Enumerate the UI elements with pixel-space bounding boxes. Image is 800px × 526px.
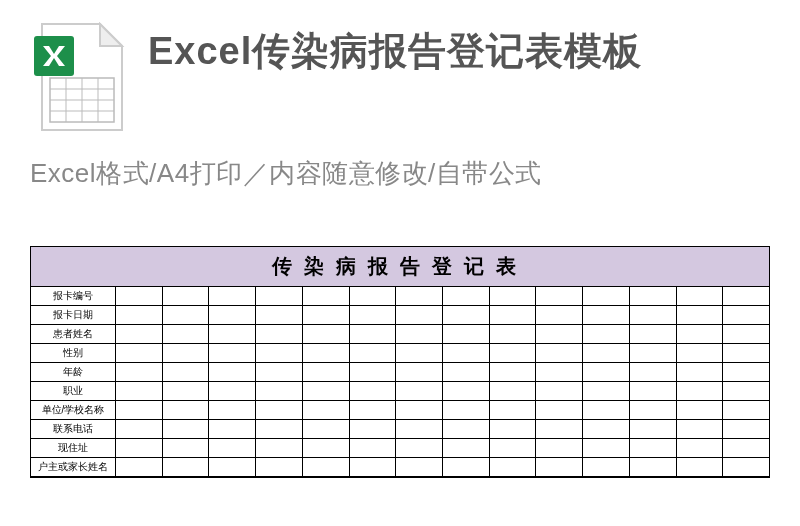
cell xyxy=(630,458,677,477)
cell xyxy=(256,439,303,458)
cell xyxy=(303,306,350,325)
table-row: 性别 xyxy=(31,344,769,363)
cell xyxy=(630,306,677,325)
cell xyxy=(490,306,537,325)
cell xyxy=(677,420,724,439)
cell xyxy=(583,306,630,325)
page-subtitle: Excel格式/A4打印／内容随意修改/自带公式 xyxy=(0,132,800,191)
cell xyxy=(630,287,677,306)
cell xyxy=(350,287,397,306)
cell xyxy=(490,420,537,439)
cell xyxy=(350,420,397,439)
cell xyxy=(116,287,163,306)
cell xyxy=(630,401,677,420)
cell xyxy=(116,382,163,401)
row-cells xyxy=(116,439,769,458)
cell xyxy=(303,287,350,306)
cell xyxy=(536,458,583,477)
cell xyxy=(396,458,443,477)
cell xyxy=(443,382,490,401)
cell xyxy=(350,306,397,325)
cell xyxy=(723,439,769,458)
cell xyxy=(630,382,677,401)
cell xyxy=(116,325,163,344)
cell xyxy=(350,325,397,344)
cell xyxy=(490,287,537,306)
cell xyxy=(256,458,303,477)
cell xyxy=(256,363,303,382)
cell xyxy=(583,363,630,382)
cell xyxy=(163,382,210,401)
cell xyxy=(116,344,163,363)
row-cells xyxy=(116,458,769,477)
table-row: 单位/学校名称 xyxy=(31,401,769,420)
cell xyxy=(723,458,769,477)
cell xyxy=(303,420,350,439)
table-row: 现住址 xyxy=(31,439,769,458)
row-label: 年龄 xyxy=(31,363,116,382)
cell xyxy=(630,325,677,344)
cell xyxy=(723,287,769,306)
cell xyxy=(583,420,630,439)
cell xyxy=(209,382,256,401)
cell xyxy=(116,401,163,420)
page-header: Excel传染病报告登记表模板 xyxy=(0,0,800,132)
table-row: 年龄 xyxy=(31,363,769,382)
cell xyxy=(350,382,397,401)
cell xyxy=(350,439,397,458)
cell xyxy=(677,458,724,477)
cell xyxy=(490,458,537,477)
cell xyxy=(163,363,210,382)
cell xyxy=(723,306,769,325)
cell xyxy=(583,439,630,458)
cell xyxy=(677,344,724,363)
cell xyxy=(209,401,256,420)
cell xyxy=(350,458,397,477)
cell xyxy=(209,287,256,306)
cell xyxy=(209,325,256,344)
cell xyxy=(723,420,769,439)
cell xyxy=(536,401,583,420)
cell xyxy=(256,306,303,325)
cell xyxy=(490,344,537,363)
cell xyxy=(350,401,397,420)
cell xyxy=(396,401,443,420)
cell xyxy=(209,363,256,382)
table-row: 报卡日期 xyxy=(31,306,769,325)
cell xyxy=(116,306,163,325)
spreadsheet: 传染病报告登记表 报卡编号报卡日期患者姓名性别年龄职业单位/学校名称联系电话现住… xyxy=(30,246,770,478)
cell xyxy=(209,420,256,439)
row-label: 联系电话 xyxy=(31,420,116,439)
cell xyxy=(677,439,724,458)
sheet-body: 报卡编号报卡日期患者姓名性别年龄职业单位/学校名称联系电话现住址户主或家长姓名 xyxy=(31,287,769,477)
cell xyxy=(677,382,724,401)
row-label: 单位/学校名称 xyxy=(31,401,116,420)
cell xyxy=(677,363,724,382)
cell xyxy=(723,344,769,363)
cell xyxy=(163,287,210,306)
cell xyxy=(303,344,350,363)
cell xyxy=(116,458,163,477)
cell xyxy=(536,306,583,325)
row-label: 性别 xyxy=(31,344,116,363)
row-cells xyxy=(116,363,769,382)
cell xyxy=(256,344,303,363)
excel-file-icon xyxy=(30,22,130,132)
row-label: 户主或家长姓名 xyxy=(31,458,116,477)
cell xyxy=(677,306,724,325)
cell xyxy=(583,382,630,401)
cell xyxy=(490,382,537,401)
cell xyxy=(583,287,630,306)
cell xyxy=(443,344,490,363)
cell xyxy=(116,363,163,382)
cell xyxy=(630,439,677,458)
cell xyxy=(443,363,490,382)
cell xyxy=(396,439,443,458)
cell xyxy=(536,439,583,458)
cell xyxy=(443,287,490,306)
cell xyxy=(163,325,210,344)
cell xyxy=(396,287,443,306)
cell xyxy=(536,344,583,363)
cell xyxy=(116,439,163,458)
cell xyxy=(163,420,210,439)
